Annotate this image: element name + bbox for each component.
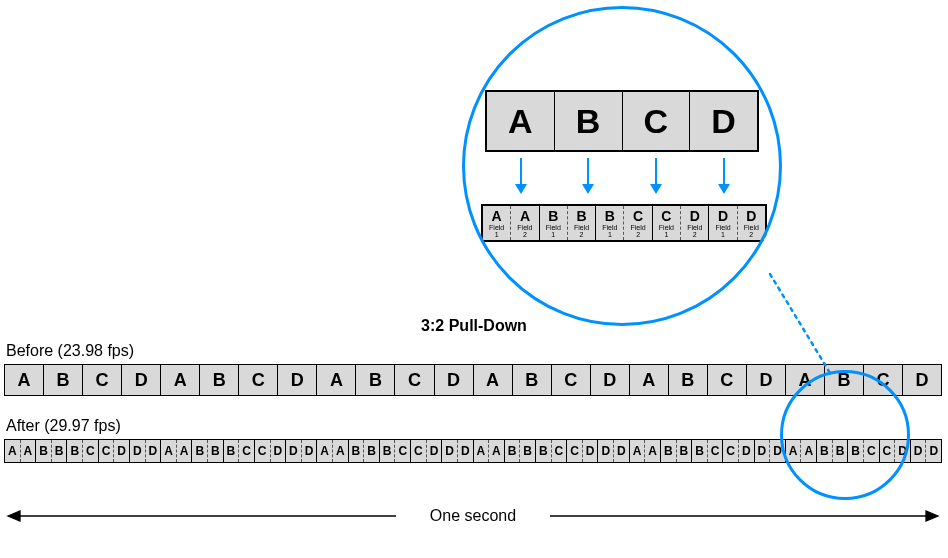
- before-cell: C: [83, 365, 122, 395]
- before-cell: C: [708, 365, 747, 395]
- before-cell: D: [903, 365, 941, 395]
- after-frame-group: CD: [567, 440, 598, 462]
- after-field: B: [833, 440, 848, 462]
- before-cell: C: [395, 365, 434, 395]
- mag-dest-group: AField1AField2: [483, 206, 540, 240]
- after-field: A: [474, 440, 490, 462]
- after-frame-group: CD: [723, 440, 754, 462]
- after-frame-group: DD: [442, 440, 473, 462]
- after-field: A: [21, 440, 36, 462]
- after-field: C: [239, 440, 254, 462]
- after-field: D: [911, 440, 927, 462]
- after-frame-group: BB: [661, 440, 692, 462]
- arrow-down-icon: [587, 158, 589, 192]
- arrow-down-icon: [520, 158, 522, 192]
- after-frame-group: DD: [598, 440, 629, 462]
- after-field: B: [380, 440, 396, 462]
- before-row: ABCDABCDABCDABCDABCDABCD: [4, 364, 942, 396]
- mag-dest-group: BField1CField2: [596, 206, 653, 240]
- after-frame-group: DD: [755, 440, 786, 462]
- after-frame-group: AA: [317, 440, 348, 462]
- after-field: C: [411, 440, 427, 462]
- mag-dest-group: CField1DField2: [653, 206, 710, 240]
- after-frame-group: AA: [474, 440, 505, 462]
- after-field: A: [5, 440, 21, 462]
- mag-source-frame: C: [623, 92, 691, 150]
- after-field: D: [583, 440, 598, 462]
- arrow-down-icon: [655, 158, 657, 192]
- pulldown-diagram: 3:2 Pull-Down Before (23.98 fps) After (…: [0, 0, 948, 558]
- after-field: A: [630, 440, 646, 462]
- after-field: B: [692, 440, 708, 462]
- after-frame-group: CD: [411, 440, 442, 462]
- after-field: B: [661, 440, 677, 462]
- magnifier-leader-icon: [0, 0, 948, 558]
- mag-dest-field: BField2: [568, 206, 595, 240]
- before-cell: B: [200, 365, 239, 395]
- svg-marker-2: [8, 511, 20, 521]
- after-field: D: [427, 440, 442, 462]
- after-field: A: [317, 440, 333, 462]
- after-frame-group: CD: [880, 440, 911, 462]
- after-field: B: [36, 440, 52, 462]
- mag-dest-field: AField2: [511, 206, 538, 240]
- mag-arrows: [487, 158, 757, 202]
- mag-source-row: ABCD: [485, 90, 759, 152]
- after-frame-group: AA: [161, 440, 192, 462]
- after-field: B: [52, 440, 67, 462]
- after-field: D: [130, 440, 146, 462]
- after-frame-group: CD: [99, 440, 130, 462]
- after-field: D: [598, 440, 614, 462]
- after-field: A: [786, 440, 802, 462]
- after-field: B: [536, 440, 552, 462]
- after-field: A: [801, 440, 816, 462]
- after-field: A: [489, 440, 504, 462]
- before-cell: C: [552, 365, 591, 395]
- before-label: Before (23.98 fps): [6, 342, 134, 360]
- mag-dest-field: CField2: [624, 206, 651, 240]
- after-field: C: [99, 440, 115, 462]
- before-cell: A: [317, 365, 356, 395]
- mag-source-frame: B: [555, 92, 623, 150]
- before-cell: A: [786, 365, 825, 395]
- after-field: C: [864, 440, 879, 462]
- after-field: D: [302, 440, 317, 462]
- after-frame-group: CD: [255, 440, 286, 462]
- before-cell: D: [747, 365, 786, 395]
- mag-source-frame: D: [690, 92, 757, 150]
- after-frame-group: AA: [5, 440, 36, 462]
- after-field: A: [333, 440, 348, 462]
- after-field: B: [364, 440, 379, 462]
- mag-source-frame: A: [487, 92, 555, 150]
- svg-marker-3: [926, 511, 938, 521]
- after-field: B: [848, 440, 864, 462]
- after-frame-group: BC: [848, 440, 879, 462]
- mag-dest-field: DField2: [681, 206, 708, 240]
- after-field: B: [67, 440, 83, 462]
- after-field: C: [83, 440, 98, 462]
- before-cell: B: [44, 365, 83, 395]
- after-frame-group: AA: [630, 440, 661, 462]
- before-cell: A: [474, 365, 513, 395]
- mag-dest-field: BField1: [540, 206, 568, 240]
- mag-dest-field: AField1: [483, 206, 511, 240]
- after-field: D: [146, 440, 161, 462]
- before-cell: C: [239, 365, 278, 395]
- after-field: D: [442, 440, 458, 462]
- after-field: D: [770, 440, 785, 462]
- after-field: A: [645, 440, 660, 462]
- before-cell: D: [435, 365, 474, 395]
- after-field: B: [349, 440, 365, 462]
- after-field: C: [395, 440, 410, 462]
- after-field: D: [286, 440, 302, 462]
- after-field: D: [614, 440, 629, 462]
- after-label: After (29.97 fps): [6, 417, 121, 435]
- before-cell: B: [356, 365, 395, 395]
- after-field: C: [552, 440, 567, 462]
- before-cell: C: [864, 365, 903, 395]
- before-cell: D: [591, 365, 630, 395]
- one-second-span: One second: [6, 504, 940, 528]
- after-field: B: [505, 440, 521, 462]
- after-field: D: [739, 440, 754, 462]
- before-cell: B: [513, 365, 552, 395]
